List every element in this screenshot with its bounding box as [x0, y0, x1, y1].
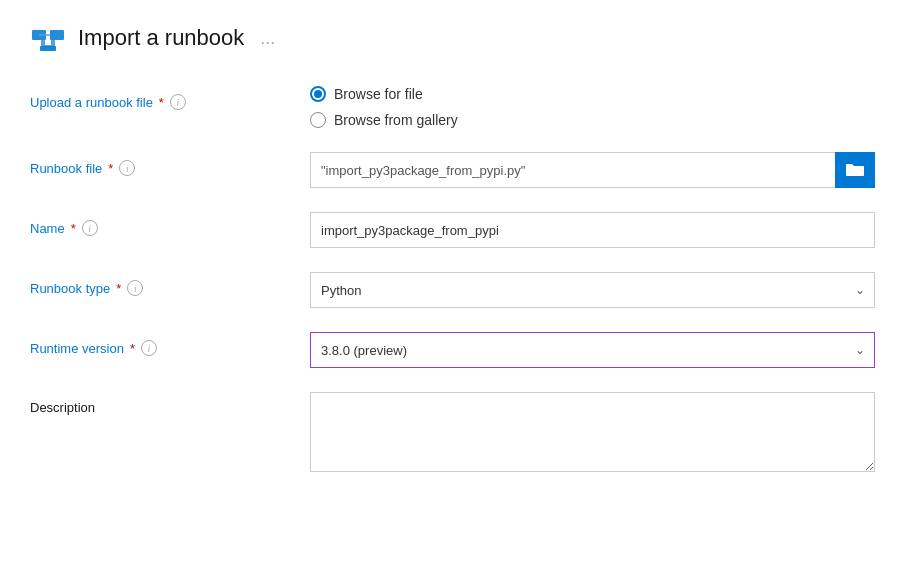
radio-options: Browse for file Browse from gallery	[310, 86, 875, 128]
runtime-version-label: Runtime version * i	[30, 332, 310, 356]
name-info-icon[interactable]: i	[82, 220, 98, 236]
name-label: Name * i	[30, 212, 310, 236]
runbook-file-label: Runbook file * i	[30, 152, 310, 176]
header-more-options[interactable]: ...	[260, 28, 275, 49]
radio-browse-file-label: Browse for file	[334, 86, 423, 102]
runbook-type-row: Runbook type * i Python PowerShell Power…	[30, 272, 875, 308]
name-control	[310, 212, 875, 248]
upload-info-icon[interactable]: i	[170, 94, 186, 110]
file-input-group	[310, 152, 875, 188]
runtime-version-info-icon[interactable]: i	[141, 340, 157, 356]
runbook-type-control: Python PowerShell PowerShell Workflow Gr…	[310, 272, 875, 308]
radio-browse-gallery-input[interactable]	[310, 112, 326, 128]
name-label-text: Name	[30, 221, 65, 236]
name-input[interactable]	[310, 212, 875, 248]
description-label: Description	[30, 392, 310, 415]
runtime-version-row: Runtime version * i 3.8.0 (preview) 3.6.…	[30, 332, 875, 368]
description-control	[310, 392, 875, 475]
radio-browse-file[interactable]: Browse for file	[310, 86, 875, 102]
runtime-version-label-text: Runtime version	[30, 341, 124, 356]
runbook-icon	[30, 20, 66, 56]
svg-rect-5	[40, 46, 56, 51]
runtime-version-control: 3.8.0 (preview) 3.6.0 2.7.0 ⌄	[310, 332, 875, 368]
runbook-type-label: Runbook type * i	[30, 272, 310, 296]
name-row: Name * i	[30, 212, 875, 248]
runbook-file-control	[310, 152, 875, 188]
upload-radio-group: Browse for file Browse from gallery	[310, 86, 875, 128]
description-label-text: Description	[30, 400, 95, 415]
runtime-version-select-wrapper: 3.8.0 (preview) 3.6.0 2.7.0 ⌄	[310, 332, 875, 368]
radio-browse-gallery-label: Browse from gallery	[334, 112, 458, 128]
page-title: Import a runbook	[78, 25, 244, 51]
runbook-type-select-wrapper: Python PowerShell PowerShell Workflow Gr…	[310, 272, 875, 308]
runbook-file-input[interactable]	[310, 152, 835, 188]
runtime-version-required: *	[130, 341, 135, 356]
runbook-file-row: Runbook file * i	[30, 152, 875, 188]
upload-label-text: Upload a runbook file	[30, 95, 153, 110]
upload-required: *	[159, 95, 164, 110]
file-browse-button[interactable]	[835, 152, 875, 188]
runbook-type-select[interactable]: Python PowerShell PowerShell Workflow Gr…	[310, 272, 875, 308]
runbook-type-label-text: Runbook type	[30, 281, 110, 296]
runbook-file-label-text: Runbook file	[30, 161, 102, 176]
runtime-version-select[interactable]: 3.8.0 (preview) 3.6.0 2.7.0	[310, 332, 875, 368]
radio-browse-gallery[interactable]: Browse from gallery	[310, 112, 875, 128]
page-header: Import a runbook ...	[30, 20, 875, 56]
name-required: *	[71, 221, 76, 236]
upload-label: Upload a runbook file * i	[30, 86, 310, 110]
folder-icon	[845, 162, 865, 178]
runbook-file-info-icon[interactable]: i	[119, 160, 135, 176]
description-row: Description	[30, 392, 875, 475]
runbook-type-info-icon[interactable]: i	[127, 280, 143, 296]
upload-runbook-row: Upload a runbook file * i Browse for fil…	[30, 86, 875, 128]
description-textarea[interactable]	[310, 392, 875, 472]
radio-browse-file-input[interactable]	[310, 86, 326, 102]
runbook-type-required: *	[116, 281, 121, 296]
svg-rect-1	[50, 30, 64, 40]
runbook-file-required: *	[108, 161, 113, 176]
